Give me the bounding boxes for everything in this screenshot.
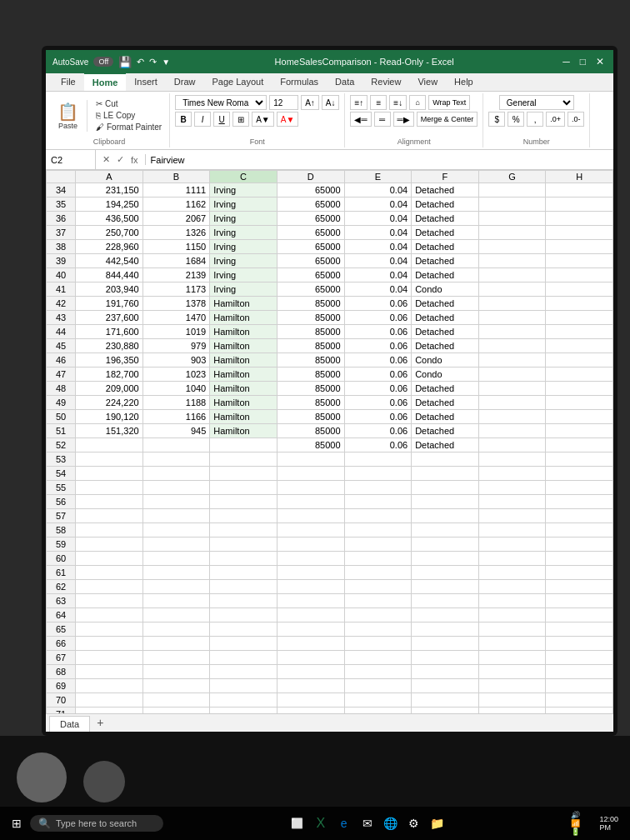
- cell-41-g[interactable]: [478, 282, 546, 297]
- cell-65-d[interactable]: [277, 622, 344, 637]
- cell-49-b[interactable]: 1188: [142, 396, 210, 410]
- cell-59-d[interactable]: [277, 538, 344, 552]
- cut-button[interactable]: ✂ Cut: [93, 98, 164, 109]
- mail-taskbar-icon[interactable]: ✉: [358, 813, 378, 833]
- add-sheet-btn[interactable]: +: [90, 713, 110, 732]
- cell-70-g[interactable]: [478, 693, 546, 708]
- cell-35-d[interactable]: 65000: [277, 198, 344, 212]
- cell-50-e[interactable]: 0.06: [344, 410, 412, 424]
- cell-52-e[interactable]: 0.06: [344, 438, 412, 452]
- cell-45-e[interactable]: 0.06: [344, 339, 412, 353]
- cell-54-b[interactable]: [142, 467, 210, 481]
- cell-38-h[interactable]: [546, 240, 613, 254]
- col-header-d[interactable]: D: [277, 171, 344, 183]
- cell-62-c[interactable]: [210, 580, 278, 594]
- cell-45-g[interactable]: [478, 339, 546, 353]
- tab-page-layout[interactable]: Page Layout: [203, 72, 272, 91]
- cell-54-a[interactable]: [76, 467, 143, 481]
- cell-34-c[interactable]: Irving: [210, 183, 278, 198]
- cell-45-f[interactable]: Detached: [412, 339, 479, 353]
- font-size-decrease[interactable]: A↓: [322, 95, 340, 110]
- cell-41-e[interactable]: 0.04: [344, 282, 412, 297]
- cell-60-f[interactable]: [412, 552, 479, 566]
- cell-50-h[interactable]: [546, 410, 613, 424]
- cell-47-f[interactable]: Condo: [412, 368, 479, 382]
- font-size-input[interactable]: [269, 95, 298, 110]
- cell-60-a[interactable]: [76, 552, 143, 566]
- cell-62-g[interactable]: [478, 580, 546, 594]
- cell-36-e[interactable]: 0.04: [344, 212, 412, 226]
- number-format-dropdown[interactable]: General: [499, 95, 574, 110]
- cell-60-c[interactable]: [210, 552, 278, 566]
- cell-68-a[interactable]: [76, 665, 143, 679]
- cell-36-f[interactable]: Detached: [412, 212, 479, 226]
- cell-48-c[interactable]: Hamilton: [210, 382, 278, 396]
- cell-55-g[interactable]: [478, 481, 546, 495]
- col-header-e[interactable]: E: [344, 171, 412, 183]
- cell-41-b[interactable]: 1173: [142, 282, 210, 297]
- cell-67-a[interactable]: [76, 651, 143, 665]
- cell-48-h[interactable]: [546, 382, 613, 396]
- cell-40-c[interactable]: Irving: [210, 268, 278, 282]
- cell-36-b[interactable]: 2067: [142, 212, 210, 226]
- cell-67-b[interactable]: [142, 651, 210, 665]
- cell-45-d[interactable]: 85000: [277, 339, 344, 353]
- cell-39-d[interactable]: 65000: [277, 254, 344, 268]
- tab-file[interactable]: File: [52, 72, 84, 91]
- cell-66-c[interactable]: [210, 637, 278, 651]
- cell-46-e[interactable]: 0.06: [344, 353, 412, 368]
- cell-61-h[interactable]: [546, 566, 613, 580]
- cell-68-c[interactable]: [210, 665, 278, 679]
- col-header-h[interactable]: H: [546, 171, 613, 183]
- cell-61-e[interactable]: [344, 566, 412, 580]
- cell-38-d[interactable]: 65000: [277, 240, 344, 254]
- cell-59-a[interactable]: [76, 538, 143, 552]
- cell-41-d[interactable]: 65000: [277, 282, 344, 297]
- cell-59-e[interactable]: [344, 538, 412, 552]
- redo-icon[interactable]: ↷: [149, 57, 157, 68]
- cell-54-g[interactable]: [478, 467, 546, 481]
- cell-35-c[interactable]: Irving: [210, 198, 278, 212]
- cell-65-g[interactable]: [478, 622, 546, 637]
- cell-35-a[interactable]: 194,250: [76, 198, 143, 212]
- cell-53-e[interactable]: [344, 452, 412, 467]
- cell-70-a[interactable]: [76, 693, 143, 708]
- cell-68-f[interactable]: [412, 665, 479, 679]
- cell-53-a[interactable]: [76, 452, 143, 467]
- cell-48-d[interactable]: 85000: [277, 382, 344, 396]
- cell-67-c[interactable]: [210, 651, 278, 665]
- cell-36-h[interactable]: [546, 212, 613, 226]
- tab-data[interactable]: Data: [327, 72, 362, 91]
- task-view-btn[interactable]: ⬜: [288, 813, 308, 833]
- cell-63-d[interactable]: [277, 594, 344, 608]
- cell-68-h[interactable]: [546, 665, 613, 679]
- formula-input[interactable]: Fairview: [146, 155, 613, 165]
- cell-52-b[interactable]: [142, 438, 210, 452]
- cell-54-c[interactable]: [210, 467, 278, 481]
- cell-40-f[interactable]: Detached: [412, 268, 479, 282]
- cell-53-b[interactable]: [142, 452, 210, 467]
- cell-40-g[interactable]: [478, 268, 546, 282]
- minimize-btn[interactable]: ─: [558, 56, 574, 68]
- cell-65-b[interactable]: [142, 622, 210, 637]
- cell-59-b[interactable]: [142, 538, 210, 552]
- cell-56-b[interactable]: [142, 495, 210, 509]
- font-color-button[interactable]: A▼: [277, 112, 299, 127]
- cell-55-h[interactable]: [546, 481, 613, 495]
- cell-55-d[interactable]: [277, 481, 344, 495]
- cell-60-b[interactable]: [142, 552, 210, 566]
- cell-34-b[interactable]: 1111: [142, 183, 210, 198]
- cell-51-c[interactable]: Hamilton: [210, 424, 278, 438]
- cell-57-c[interactable]: [210, 509, 278, 523]
- cell-54-d[interactable]: [277, 467, 344, 481]
- cell-64-c[interactable]: [210, 608, 278, 622]
- cell-70-d[interactable]: [277, 693, 344, 708]
- cell-65-e[interactable]: [344, 622, 412, 637]
- cell-47-b[interactable]: 1023: [142, 368, 210, 382]
- cell-53-g[interactable]: [478, 452, 546, 467]
- cell-46-a[interactable]: 196,350: [76, 353, 143, 368]
- cell-58-a[interactable]: [76, 523, 143, 538]
- cell-39-f[interactable]: Detached: [412, 254, 479, 268]
- cell-63-h[interactable]: [546, 594, 613, 608]
- cell-42-g[interactable]: [478, 297, 546, 311]
